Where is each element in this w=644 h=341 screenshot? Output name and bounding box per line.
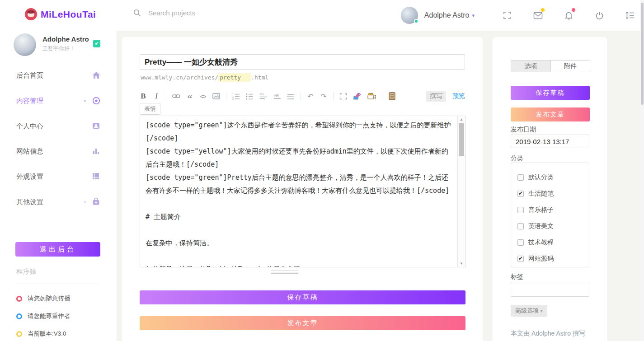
page-scrollbar[interactable]: [640, 0, 644, 341]
camera-button[interactable]: [367, 92, 376, 101]
fullscreen-icon: [503, 11, 511, 19]
editor-scrollbar[interactable]: ▲ ▼: [457, 116, 465, 267]
toolbar-divider: [301, 93, 301, 100]
sidebar-footer-heading: 程序猿: [16, 267, 37, 276]
post-title-input[interactable]: [140, 54, 465, 70]
ordered-list-button[interactable]: 123: [232, 92, 240, 101]
list-order-button[interactable]: [625, 10, 635, 20]
checkbox-icon[interactable]: [517, 174, 524, 181]
editor-textarea[interactable]: [scode type="green"]这个东西是作者辛苦弄好的，希望得到你的一…: [140, 116, 457, 267]
topbar-avatar[interactable]: [401, 7, 418, 24]
redo-button[interactable]: ↷: [320, 92, 327, 101]
power-icon: [595, 11, 604, 20]
topbar: MiLeHouTai Adolphe Astro ▾: [0, 0, 644, 31]
tab-write[interactable]: 撰写: [426, 91, 446, 102]
notifications-button[interactable]: [564, 10, 573, 20]
search-input[interactable]: [148, 9, 266, 17]
topbar-username[interactable]: Adolphe Astro: [424, 11, 470, 19]
tag-input[interactable]: [511, 282, 589, 297]
checkbox-icon[interactable]: [517, 239, 524, 246]
left-sidebar: Adolphe Astro 王哲宇你好！ ✔ 后台首页 内容管理 ‹ 个人中心 …: [0, 31, 117, 341]
save-draft-button[interactable]: 保存草稿: [140, 290, 465, 304]
slug-input[interactable]: pretty: [218, 73, 251, 82]
fullscreen-button[interactable]: [502, 10, 512, 20]
category-list: 默认分类 生活随笔 音乐格子 英语美文 技术教程 网站源码: [511, 163, 589, 267]
checkbox-icon[interactable]: [517, 191, 524, 197]
url-prefix: www.mlwly.cn/archives/: [141, 74, 218, 81]
content-area: www.mlwly.cn/archives/pretty.html B I “ …: [117, 31, 644, 341]
url-suffix: .html: [251, 74, 268, 81]
app-logo[interactable]: MiLeHouTai: [25, 8, 96, 20]
panel-save-draft-button[interactable]: 保存草稿: [511, 86, 590, 100]
quote-button[interactable]: “: [186, 92, 193, 101]
sidebar-item-other-settings[interactable]: 其他设置 ‹: [0, 198, 117, 208]
tab-attachments[interactable]: 附件: [550, 61, 590, 72]
chevron-left-icon: ‹: [84, 98, 86, 104]
sidebar-item-appearance[interactable]: 外观设置: [0, 173, 117, 182]
markdown-editor: [scode type="green"]这个东西是作者辛苦弄好的，希望得到你的一…: [140, 116, 465, 267]
messages-button[interactable]: [533, 10, 543, 20]
checkbox-icon[interactable]: [517, 223, 524, 229]
category-checkbox[interactable]: 生活随笔: [517, 186, 589, 202]
page-break-button[interactable]: [287, 92, 295, 101]
category-checkbox[interactable]: 默认分类: [517, 169, 589, 186]
svg-text:TITL: TITL: [260, 93, 264, 96]
svg-text:HR: HR: [274, 94, 279, 97]
search-icon: [133, 9, 141, 17]
code-button[interactable]: <>: [199, 92, 207, 101]
category-label: 分类: [511, 154, 523, 163]
chevron-down-icon[interactable]: ▾: [472, 13, 475, 19]
editor-resize-handle[interactable]: [271, 270, 298, 275]
power-button[interactable]: [594, 10, 604, 20]
scroll-down-icon[interactable]: ▼: [458, 262, 465, 266]
publish-button[interactable]: 发布文章: [140, 316, 465, 330]
tab-preview[interactable]: 预览: [452, 92, 465, 100]
panel-publish-button[interactable]: 发布文章: [511, 107, 590, 121]
editor-card: www.mlwly.cn/archives/pretty.html B I “ …: [122, 37, 483, 341]
category-checkbox[interactable]: 英语美文: [517, 218, 589, 234]
caret-down-icon: ▾: [541, 308, 543, 313]
emoji-button[interactable]: 表情: [140, 103, 160, 115]
undo-button[interactable]: ↶: [307, 92, 314, 101]
category-checkbox[interactable]: 音乐格子: [517, 202, 589, 218]
editor-scrollbar-thumb[interactable]: [459, 123, 464, 156]
sidebar-item-content[interactable]: 内容管理 ‹: [0, 97, 117, 107]
options-card: 选项 附件 保存草稿 发布文章 发布日期 分类 默认分类 生活随笔 音乐格子 英…: [493, 37, 607, 341]
logout-button[interactable]: 退出后台: [15, 242, 100, 257]
publish-date-input[interactable]: [511, 135, 589, 148]
checkbox-icon[interactable]: [517, 256, 524, 262]
notice-circle-icon: [16, 296, 22, 302]
svg-text:3: 3: [232, 98, 234, 100]
tab-options[interactable]: 选项: [511, 61, 550, 72]
sidebar-item-profile[interactable]: 个人中心: [0, 122, 117, 132]
messages-badge: [541, 8, 545, 12]
scroll-up-icon[interactable]: ▲: [458, 117, 465, 121]
highlight-paint-button[interactable]: [353, 92, 362, 101]
byline-text: 本文由 Adolphe Astro 撰写: [511, 330, 585, 338]
profile-avatar[interactable]: [14, 33, 36, 56]
hr-button[interactable]: HR: [273, 92, 281, 101]
notice-item: 请您勿随意传播: [16, 294, 71, 303]
tag-label: 标签: [511, 273, 523, 281]
editor-fullscreen-button[interactable]: [339, 92, 347, 101]
bar-chart-icon: [92, 147, 101, 156]
image-button[interactable]: [212, 92, 220, 101]
unordered-list-button[interactable]: [246, 92, 254, 101]
notice-circle-icon: [16, 313, 22, 319]
notebook-button[interactable]: [388, 92, 395, 101]
heading-button[interactable]: TITL: [259, 92, 268, 101]
advanced-options-button[interactable]: 高级选项 ▾: [511, 305, 547, 317]
sidebar-item-site-info[interactable]: 网站信息: [0, 147, 117, 157]
italic-button[interactable]: I: [153, 92, 160, 101]
logo-text: MiLeHouTai: [41, 9, 96, 20]
category-checkbox[interactable]: 技术教程: [517, 234, 589, 251]
profile-name: Adolphe Astro: [42, 35, 89, 43]
link-button[interactable]: [172, 92, 180, 101]
checkbox-icon[interactable]: [517, 207, 524, 213]
category-checkbox[interactable]: 网站源码: [517, 251, 589, 267]
search-bar: [133, 9, 266, 17]
sidebar-item-dashboard[interactable]: 后台首页: [0, 71, 117, 81]
page-scrollbar-thumb[interactable]: [641, 3, 644, 105]
toolbar-divider: [333, 93, 334, 100]
bold-button[interactable]: B: [140, 92, 147, 101]
